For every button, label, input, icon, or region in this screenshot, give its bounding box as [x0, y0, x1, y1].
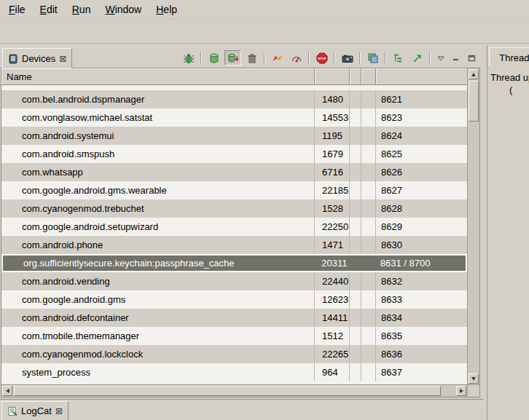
process-row[interactable]: system_process9648637 [1, 363, 467, 381]
minimize-button[interactable] [450, 52, 463, 64]
process-row[interactable]: com.android.systemui11958624 [1, 127, 467, 145]
process-cell-empty [361, 236, 376, 254]
device-icon [8, 54, 18, 64]
column-header-pid[interactable] [315, 68, 350, 84]
process-row[interactable]: com.android.smspush16798625 [1, 145, 467, 163]
process-cell-empty [350, 345, 361, 363]
process-port: 8629 [376, 218, 467, 236]
dump-hprof-button[interactable] [224, 50, 241, 66]
process-cell-empty [361, 345, 376, 363]
chart-button[interactable] [409, 50, 426, 66]
menu-window[interactable]: Window [98, 0, 149, 19]
tree-view-button[interactable] [390, 50, 407, 66]
menu-run[interactable]: Run [65, 0, 98, 19]
process-name: com.whatsapp [1, 163, 315, 181]
tab-devices[interactable]: Devices ⊠ [2, 48, 72, 68]
process-pid: 22265 [315, 345, 350, 363]
process-row[interactable]: com.whatsapp67168626 [1, 163, 467, 181]
threads-tabbar: Threads [487, 45, 529, 68]
threads-icon [495, 53, 495, 63]
process-row[interactable]: com.cyanogenmod.lockclock222658636 [1, 345, 467, 363]
horizontal-scrollbar[interactable] [1, 384, 467, 397]
process-row[interactable]: com.vonglasow.michael.satstat145538623 [1, 108, 467, 127]
update-heap-button[interactable] [205, 50, 222, 66]
threads-refresh-icon [272, 52, 283, 64]
update-threads-button[interactable] [269, 50, 286, 66]
column-header-name[interactable]: Name [1, 68, 315, 84]
tab-logcat[interactable]: LogCat ⊠ [1, 401, 68, 420]
process-port: 8626 [376, 163, 467, 181]
process-pid: 1480 [315, 90, 350, 108]
left-arrow-icon [6, 389, 9, 393]
tree-icon [393, 52, 404, 64]
close-icon[interactable]: ⊠ [59, 55, 66, 63]
horizontal-scroll-thumb[interactable] [14, 386, 441, 396]
scroll-down-button[interactable] [469, 373, 479, 384]
right-arrow-icon [460, 389, 463, 393]
menu-file[interactable]: File [1, 0, 33, 19]
minimize-icon [452, 55, 460, 61]
process-name: org.sufficientlysecure.keychain:passphra… [3, 255, 314, 271]
column-header-empty[interactable] [361, 68, 376, 84]
toolbar-separator [200, 52, 202, 64]
maximize-button[interactable] [465, 52, 478, 64]
process-row[interactable]: com.google.android.gms126238633 [1, 290, 467, 309]
process-port: 8637 [376, 363, 467, 381]
column-header-empty[interactable] [350, 68, 361, 84]
scrollbar-corner [467, 384, 479, 397]
vertical-scroll-thumb[interactable] [469, 81, 479, 122]
process-table-body: com.bel.android.dspmanager14808621com.vo… [1, 90, 467, 384]
process-row[interactable]: com.android.defcontainer144118634 [1, 309, 467, 327]
process-row[interactable]: com.bel.android.dspmanager14808621 [1, 90, 467, 108]
scroll-up-button[interactable] [469, 69, 479, 79]
view-hierarchy-button[interactable] [364, 50, 381, 66]
process-port: 8633 [376, 290, 467, 309]
process-cell-empty [350, 108, 361, 127]
tab-devices-label: Devices [22, 53, 55, 64]
process-port: 8630 [376, 236, 467, 254]
column-header-port[interactable] [376, 68, 467, 84]
debug-process-button[interactable] [180, 50, 197, 66]
process-row[interactable]: com.google.android.gms.wearable221858627 [1, 181, 467, 199]
trash-icon [246, 52, 258, 64]
process-cell-empty [361, 255, 375, 271]
process-row[interactable]: com.tmobile.thememanager15128635 [1, 327, 467, 345]
scroll-left-button[interactable] [2, 386, 12, 396]
process-row[interactable]: com.android.phone14718630 [1, 236, 467, 254]
process-cell-empty [361, 290, 376, 309]
process-cell-empty [361, 90, 376, 108]
tab-logcat-label: LogCat [21, 405, 52, 416]
chart-arrow-icon [412, 52, 423, 64]
menu-help[interactable]: Help [149, 0, 184, 19]
heap-icon [208, 52, 220, 64]
process-row[interactable]: com.android.vending224408632 [1, 272, 467, 290]
process-port: 8623 [376, 108, 467, 127]
process-name: com.bel.android.dspmanager [1, 90, 315, 108]
menu-edit[interactable]: Edit [33, 0, 65, 19]
process-port: 8635 [376, 327, 467, 345]
process-name: com.android.smspush [1, 145, 315, 163]
process-port: 8632 [376, 272, 467, 290]
screen-capture-button[interactable] [339, 50, 356, 66]
process-cell-empty [361, 108, 376, 127]
method-profiling-button[interactable] [288, 50, 305, 66]
close-icon[interactable]: ⊠ [55, 407, 63, 416]
vertical-scrollbar[interactable] [467, 68, 479, 384]
main-toolbar [0, 20, 529, 44]
debug-icon [183, 52, 195, 64]
stop-process-button[interactable]: STOP [313, 50, 330, 66]
threads-message-line2: ( [490, 84, 526, 96]
toolbar-separator [308, 52, 310, 64]
devices-view: Devices ⊠ [1, 45, 482, 399]
tab-threads[interactable]: Threads [489, 47, 529, 68]
cause-gc-button[interactable] [243, 50, 260, 66]
process-pid: 22250 [315, 218, 350, 236]
process-row[interactable]: com.cyanogenmod.trebuchet15288628 [1, 199, 467, 218]
process-row[interactable]: com.google.android.setupwizard222508629 [1, 218, 467, 236]
process-row-selected[interactable]: org.sufficientlysecure.keychain:passphra… [1, 254, 467, 272]
view-menu-button[interactable] [434, 52, 447, 64]
threads-message-line1: Thread up [490, 71, 526, 84]
scroll-right-button[interactable] [456, 386, 466, 396]
process-name: com.cyanogenmod.trebuchet [1, 199, 315, 218]
process-pid: 12623 [315, 290, 350, 309]
